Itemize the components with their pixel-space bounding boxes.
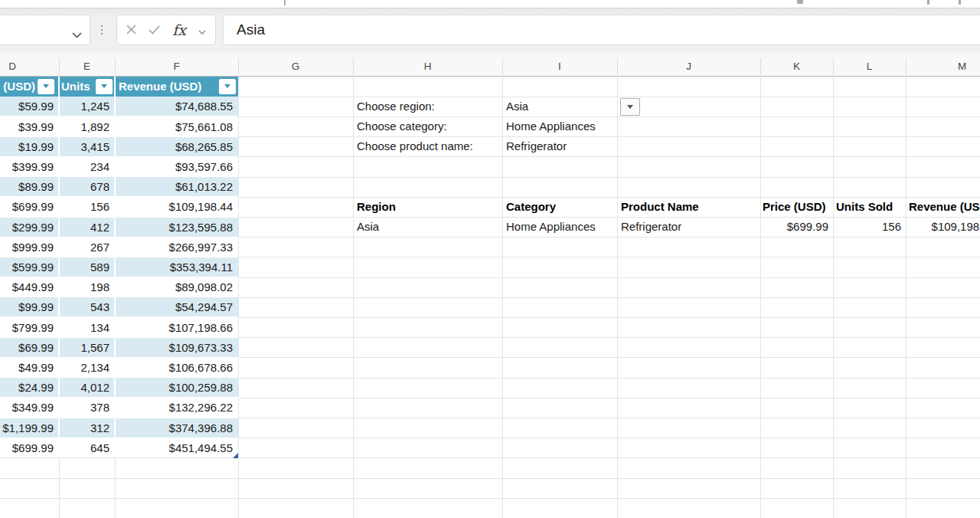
table-resize-handle[interactable] (233, 453, 238, 458)
result-header-cell[interactable]: Region (357, 197, 501, 217)
price-cell[interactable]: $49.99 (0, 358, 54, 378)
result-value-cell[interactable]: $109,198.44 (906, 217, 980, 237)
cell-product-value[interactable]: Refrigerator (506, 136, 619, 156)
result-header-cell[interactable]: Category (506, 197, 619, 217)
column-header-G[interactable]: G (238, 57, 353, 76)
formula-input[interactable]: Asia (223, 15, 980, 45)
units-cell[interactable]: 589 (61, 257, 109, 277)
price-cell[interactable]: $449.99 (0, 277, 54, 297)
column-header-D[interactable]: D (0, 57, 59, 76)
price-cell[interactable]: $699.99 (0, 438, 54, 458)
result-header-cell[interactable]: Units Sold (836, 197, 904, 217)
cancel-icon[interactable] (126, 24, 136, 37)
revenue-cell[interactable]: $68,265.85 (119, 137, 233, 157)
revenue-cell[interactable]: $100,259.88 (119, 378, 233, 398)
column-header-H[interactable]: H (353, 57, 502, 76)
cell-category-value[interactable]: Home Appliances (506, 116, 619, 136)
insert-function-icon[interactable]: fx (172, 23, 186, 38)
revenue-cell[interactable]: $106,678.66 (119, 358, 233, 378)
price-column-header[interactable]: Price (USD) (0, 77, 35, 97)
units-cell[interactable]: 543 (61, 297, 109, 317)
revenue-cell[interactable]: $374,396.88 (119, 418, 233, 438)
units-cell[interactable]: 156 (61, 197, 109, 217)
region-dropdown-button[interactable] (620, 98, 640, 116)
revenue-cell[interactable]: $266,997.33 (119, 238, 233, 257)
units-cell[interactable]: 3,415 (61, 137, 109, 157)
cell-choose-category-label[interactable]: Choose category: (357, 116, 501, 136)
revenue-cell[interactable]: $353,394.11 (119, 257, 233, 277)
result-header-cell[interactable]: Revenue (USD) (909, 197, 980, 217)
revenue-cell[interactable]: $61,013.22 (119, 177, 233, 197)
revenue-cell[interactable]: $123,595.88 (119, 218, 233, 238)
price-cell[interactable]: $69.99 (0, 338, 54, 358)
units-cell[interactable]: 198 (61, 277, 109, 297)
column-header-M[interactable]: M (906, 57, 980, 76)
price-cell[interactable]: $599.99 (0, 257, 54, 277)
revenue-cell[interactable]: $109,673.33 (119, 338, 233, 358)
cell-choose-product-label[interactable]: Choose product name: (357, 136, 504, 156)
units-cell[interactable]: 412 (61, 218, 109, 238)
revenue-cell[interactable]: $107,198.66 (119, 318, 233, 338)
column-header-I[interactable]: I (502, 57, 617, 76)
units-cell[interactable]: 1,567 (61, 338, 109, 358)
price-cell[interactable]: $999.99 (0, 238, 54, 257)
revenue-cell[interactable]: $451,494.55 (119, 438, 233, 458)
price-cell[interactable]: $299.99 (0, 218, 54, 238)
revenue-cell[interactable]: $109,198.44 (119, 197, 233, 217)
units-cell[interactable]: 234 (61, 157, 109, 177)
table-column-separator (58, 77, 59, 458)
result-header-cell[interactable]: Product Name (621, 197, 755, 217)
revenue-filter-button[interactable] (219, 79, 236, 94)
column-header-J[interactable]: J (617, 57, 760, 76)
name-box[interactable] (0, 15, 90, 45)
price-cell[interactable]: $89.99 (0, 177, 54, 197)
price-cell[interactable]: $399.99 (0, 157, 54, 177)
price-cell[interactable]: $799.99 (0, 318, 54, 338)
price-cell[interactable]: $349.99 (0, 398, 54, 418)
units-cell[interactable]: 2,134 (61, 358, 109, 378)
revenue-cell[interactable]: $132,296.22 (119, 398, 233, 418)
revenue-cell[interactable]: $89,098.02 (119, 277, 233, 297)
formula-bar-grip-icon[interactable] (97, 15, 106, 45)
units-cell[interactable]: 645 (61, 438, 109, 458)
result-value-cell[interactable]: Asia (357, 217, 501, 237)
column-header-E[interactable]: E (59, 57, 115, 76)
units-cell[interactable]: 678 (61, 177, 109, 197)
cell-region-value[interactable]: Asia (506, 97, 619, 116)
column-header-K[interactable]: K (760, 57, 833, 76)
price-cell[interactable]: $39.99 (0, 117, 54, 137)
price-cell[interactable]: $19.99 (0, 137, 54, 157)
result-value-cell[interactable]: Home Appliances (506, 217, 619, 237)
column-header-F[interactable]: F (115, 57, 238, 76)
formula-chevron-down-icon[interactable] (198, 24, 206, 37)
units-filter-button[interactable] (96, 79, 113, 94)
result-value-cell[interactable]: $699.99 (760, 217, 828, 237)
units-cell[interactable]: 312 (61, 418, 109, 438)
units-cell[interactable]: 134 (61, 318, 109, 338)
revenue-cell[interactable]: $54,294.57 (119, 297, 233, 317)
enter-check-icon[interactable] (149, 24, 160, 37)
result-header-cell[interactable]: Price (USD) (763, 197, 831, 217)
price-cell[interactable]: $1,199.99 (0, 418, 54, 438)
revenue-cell[interactable]: $74,688.55 (119, 97, 233, 116)
table-row: $699.99156$109,198.44 (0, 197, 238, 216)
price-cell[interactable]: $59.99 (0, 97, 54, 116)
result-value-cell[interactable]: 156 (833, 217, 901, 237)
revenue-column-header[interactable]: Revenue (USD) (119, 77, 214, 97)
filter-dropdown-icon (224, 84, 230, 88)
units-cell[interactable]: 378 (61, 398, 109, 418)
units-cell[interactable]: 1,245 (61, 97, 109, 116)
revenue-cell[interactable]: $75,661.08 (119, 117, 233, 137)
price-filter-button[interactable] (38, 79, 54, 94)
name-box-chevron-down-icon[interactable] (72, 28, 82, 41)
units-cell[interactable]: 4,012 (61, 378, 109, 398)
revenue-cell[interactable]: $93,597.66 (119, 157, 233, 177)
result-value-cell[interactable]: Refrigerator (621, 217, 755, 237)
units-cell[interactable]: 267 (61, 238, 109, 257)
price-cell[interactable]: $99.99 (0, 297, 54, 317)
column-header-L[interactable]: L (833, 57, 906, 76)
cell-choose-region-label[interactable]: Choose region: (357, 97, 501, 116)
units-cell[interactable]: 1,892 (61, 117, 109, 137)
price-cell[interactable]: $699.99 (0, 197, 54, 217)
price-cell[interactable]: $24.99 (0, 378, 54, 398)
